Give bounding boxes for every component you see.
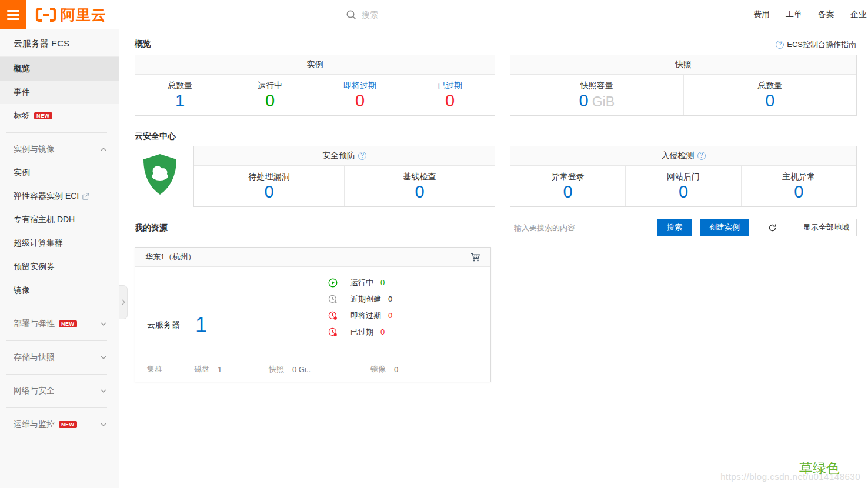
hamburger-icon <box>7 10 19 12</box>
sidebar-divider <box>6 374 107 375</box>
server-count-link[interactable]: 1 <box>195 313 207 337</box>
stat-value-link[interactable]: 0 <box>415 182 424 202</box>
chevron-down-icon <box>100 354 107 361</box>
stat-host-anomalies: 主机异常 0 <box>742 166 856 206</box>
create-instance-button[interactable]: 创建实例 <box>700 219 749 236</box>
sidebar-item-images[interactable]: 镜像 <box>0 279 119 302</box>
section-title-overview: 概览 <box>135 39 151 49</box>
server-label: 云服务器 <box>147 320 180 330</box>
dotted-divider <box>146 357 480 357</box>
sidebar-collapse-handle[interactable] <box>119 285 128 319</box>
section-title-resources: 我的资源 <box>135 223 168 233</box>
stat-value-link[interactable]: 0 <box>355 91 365 111</box>
clock-alert-icon <box>328 311 338 320</box>
nav-icp[interactable]: 备案 <box>818 9 834 20</box>
nav-enterprise[interactable]: 企业 <box>850 9 867 20</box>
stat-value-link[interactable]: 0 <box>679 182 688 202</box>
sidebar-item-events[interactable]: 事件 <box>0 81 119 104</box>
clock-alert-icon <box>328 327 338 337</box>
server-status-list: 运行中 0 近期创建 0 <box>328 277 392 337</box>
security-shield-icon <box>142 153 178 199</box>
external-link-icon <box>82 193 89 200</box>
show-all-regions-button[interactable]: 显示全部地域 <box>796 219 857 236</box>
question-circle-icon[interactable]: ? <box>697 152 706 160</box>
sidebar-divider <box>6 307 107 307</box>
intrusion-detection-card: 入侵检测 ? 异常登录 0 网站后门 0 主机异常 0 <box>510 146 857 207</box>
new-badge: NEW <box>59 320 77 327</box>
status-row-running: 运行中 0 <box>328 277 392 288</box>
new-badge: NEW <box>59 421 77 428</box>
sidebar-divider <box>6 132 107 133</box>
stat-value-link[interactable]: 1 <box>175 91 185 111</box>
stat-snapshot-capacity: 快照容量 0 GiB <box>510 75 684 115</box>
footer-disks[interactable]: 磁盘 1 <box>194 364 222 375</box>
status-row-recently-created: 近期创建 0 <box>328 293 392 305</box>
sidebar-group-instances-images[interactable]: 实例与镜像 <box>0 138 119 161</box>
footer-images[interactable]: 镜像 0 <box>370 364 398 375</box>
aliyun-logo[interactable]: 阿里云 <box>35 0 106 29</box>
stat-running-instances: 运行中 0 <box>225 75 315 115</box>
instance-overview-card: 实例 总数量 1 运行中 0 即将过期 0 已过期 0 <box>135 55 495 116</box>
instance-card-title: 实例 <box>135 55 495 75</box>
footer-clusters[interactable]: 集群 <box>147 364 171 375</box>
sidebar-item-overview[interactable]: 概览 <box>0 57 119 81</box>
hamburger-menu-button[interactable] <box>0 0 26 29</box>
status-row-expired: 已过期 0 <box>328 326 392 337</box>
nav-tickets[interactable]: 工单 <box>786 9 802 20</box>
stat-total-instances: 总数量 1 <box>135 75 225 115</box>
clock-plus-icon <box>328 295 338 304</box>
global-search-input[interactable] <box>362 10 509 19</box>
chevron-right-icon <box>121 299 126 306</box>
sidebar-item-instances[interactable]: 实例 <box>0 161 119 185</box>
stat-value-link[interactable]: 0 <box>794 182 803 202</box>
sidebar-item-reserved-instances[interactable]: 预留实例券 <box>0 255 119 279</box>
sidebar-item-ddh[interactable]: 专有宿主机 DDH <box>0 208 119 232</box>
stat-value-link[interactable]: 0 <box>265 91 275 111</box>
global-search[interactable] <box>346 6 522 24</box>
stat-value-link[interactable]: 0 <box>579 91 589 111</box>
stat-abnormal-logins: 异常登录 0 <box>510 166 626 206</box>
chevron-up-icon <box>100 146 107 153</box>
sidebar-title: 云服务器 ECS <box>0 29 119 57</box>
search-button[interactable]: 搜索 <box>657 219 692 236</box>
vertical-divider <box>319 272 319 353</box>
sidebar-group-network-security[interactable]: 网络与安全 <box>0 379 119 403</box>
sidebar-item-eci[interactable]: 弹性容器实例 ECI <box>0 185 119 208</box>
aliyun-logo-icon <box>35 7 56 22</box>
sidebar-group-deploy-elasticity[interactable]: 部署与弹性 NEW <box>0 312 119 336</box>
refresh-icon <box>768 223 777 232</box>
sidebar-item-super-computing[interactable]: 超级计算集群 <box>0 232 119 255</box>
prevention-card-title: 安全预防 <box>322 151 355 161</box>
stat-expiring-instances: 即将过期 0 <box>315 75 405 115</box>
stat-value-link[interactable]: 0 <box>563 182 573 202</box>
running-circle-icon <box>328 278 338 288</box>
topbar: 阿里云 费用 工单 备案 企业 <box>0 0 868 29</box>
security-prevention-card: 安全预防 ? 待处理漏洞 0 基线检查 0 <box>193 146 495 207</box>
sidebar-group-ops-monitoring[interactable]: 运维与监控 NEW <box>0 413 119 436</box>
stat-baseline-check: 基线检查 0 <box>345 166 495 206</box>
region-card-body: 云服务器 1 运行中 0 <box>135 267 490 382</box>
stat-value-link[interactable]: 0 <box>445 91 455 111</box>
stat-value-link[interactable]: 0 <box>264 182 273 202</box>
status-row-expiring: 即将过期 0 <box>328 310 392 321</box>
nav-billing[interactable]: 费用 <box>753 9 770 20</box>
region-card-hangzhou: 华东1（杭州） 云服务器 1 <box>135 247 491 382</box>
chevron-down-icon <box>100 421 107 428</box>
stat-value-link[interactable]: 0 <box>765 91 774 111</box>
refresh-button[interactable] <box>762 219 783 236</box>
footer-snapshots[interactable]: 快照 0 Gi.. <box>269 364 311 375</box>
resource-search-input[interactable] <box>508 219 652 236</box>
sidebar-group-storage-snapshots[interactable]: 存储与快照 <box>0 346 119 369</box>
ecs-guide-link[interactable]: ? ECS控制台操作指南 <box>773 39 856 50</box>
question-circle-icon[interactable]: ? <box>358 152 366 160</box>
stat-expired-instances: 已过期 0 <box>405 75 495 115</box>
main-content: 概览 ? ECS控制台操作指南 实例 总数量 1 运行中 0 即将过期 0 已过… <box>120 29 868 488</box>
sidebar-item-tags[interactable]: 标签 NEW <box>0 104 119 128</box>
question-circle-icon: ? <box>776 41 784 49</box>
cart-icon[interactable] <box>470 252 480 262</box>
sidebar: 云服务器 ECS 概览 事件 标签 NEW 实例与镜像 实例 弹性容器实例 EC… <box>0 29 119 488</box>
stat-snapshot-total: 总数量 0 <box>684 75 857 115</box>
sidebar-divider <box>6 407 107 408</box>
stat-pending-vulnerabilities: 待处理漏洞 0 <box>194 166 345 206</box>
stat-web-backdoors: 网站后门 0 <box>626 166 741 206</box>
